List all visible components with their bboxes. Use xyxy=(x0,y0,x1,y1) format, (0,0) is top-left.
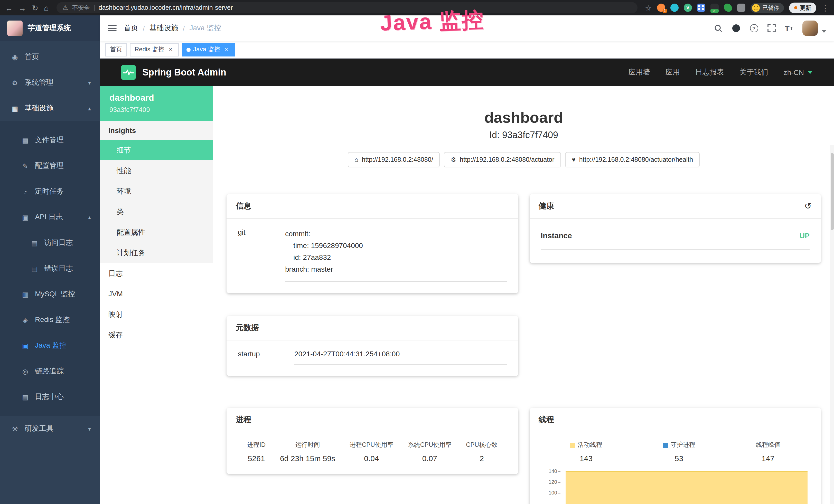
cards-row-3: 进程 进程ID 5261 运行时间 6d 23h 15m xyxy=(226,408,821,504)
sidebar-item-label: Java 监控 xyxy=(35,341,67,350)
legend-live-threads: 活动线程 143 xyxy=(570,441,602,463)
extension-icon-leaf[interactable] xyxy=(724,4,732,12)
sba-logo-icon xyxy=(121,65,136,80)
profile-chip[interactable]: 已暂停 xyxy=(750,3,784,13)
app-logo[interactable]: 芋道管理系统 xyxy=(0,16,100,41)
threads-card: 线程 活动线程 1 xyxy=(529,408,821,504)
sba-nav-items: 应用墙 应用 日志报表 关于我们 zh-CN xyxy=(629,68,813,77)
browser-menu-icon[interactable]: ⋮ xyxy=(821,4,829,12)
history-icon[interactable]: ↺ xyxy=(805,202,812,210)
sba-item-environment[interactable]: 环境 xyxy=(100,181,213,201)
sidebar-item-files[interactable]: ▤ 文件管理 xyxy=(0,127,100,153)
font-size-icon[interactable]: TT xyxy=(785,24,793,32)
search-icon[interactable] xyxy=(714,24,722,32)
chevron-down-icon xyxy=(808,71,813,74)
user-avatar[interactable] xyxy=(803,21,818,36)
active-dot-icon xyxy=(186,47,191,52)
back-icon[interactable]: ← xyxy=(5,4,13,12)
nav-applications[interactable]: 应用 xyxy=(665,68,680,77)
link-label: http://192.168.0.2:48080/actuator/health xyxy=(579,156,693,163)
extensions-menu-icon[interactable] xyxy=(737,4,745,12)
sidebar-item-error-logs[interactable]: ▤ 错误日志 xyxy=(0,256,100,281)
breadcrumb-current: Java 监控 xyxy=(190,24,221,33)
scrollbar-track[interactable] xyxy=(830,145,834,504)
nav-about[interactable]: 关于我们 xyxy=(740,68,768,77)
home-icon[interactable]: ⌂ xyxy=(44,4,48,12)
sba-item-caches[interactable]: 缓存 xyxy=(100,324,213,345)
github-icon[interactable] xyxy=(731,24,741,33)
breadcrumb-home[interactable]: 首页 xyxy=(124,24,138,33)
nav-wallboard[interactable]: 应用墙 xyxy=(629,68,650,77)
sba-item-metrics[interactable]: 性能 xyxy=(100,160,213,181)
help-icon[interactable]: ? xyxy=(750,24,758,32)
nav-journal[interactable]: 日志报表 xyxy=(695,68,724,77)
extension-icon-drop[interactable] xyxy=(671,4,679,12)
tab-home[interactable]: 首页 xyxy=(105,43,127,56)
sba-brand[interactable]: Spring Boot Admin xyxy=(121,65,226,80)
infra-submenu: ▤ 文件管理 ✎ 配置管理 ◔ 定时任务 ▣ API 日志 ▴ xyxy=(0,121,100,416)
sidebar-item-system[interactable]: ⚙ 系统管理 ▾ xyxy=(0,70,100,95)
api-log-icon: ▣ xyxy=(21,213,30,221)
link-label: http://192.168.0.2:48080/actuator xyxy=(460,156,554,163)
tab-java-monitor[interactable]: Java 监控 × xyxy=(182,43,235,56)
service-url-link[interactable]: ⌂ http://192.168.0.2:48080/ xyxy=(348,152,440,167)
sidebar-item-mysql[interactable]: ▥ MySQL 监控 xyxy=(0,281,100,307)
locale-select[interactable]: zh-CN xyxy=(784,68,813,76)
actuator-url-link[interactable]: ⚙ http://192.168.0.2:48080/actuator xyxy=(444,152,561,167)
process-card-title: 进程 xyxy=(236,415,251,425)
sidebar-item-home[interactable]: ◉ 首页 xyxy=(0,44,100,70)
address-bar[interactable]: ⚠ 不安全 dashboard.yudao.iocoder.cn/infra/a… xyxy=(56,2,637,13)
chevron-down-icon[interactable] xyxy=(822,30,826,33)
sidebar-item-api-logs[interactable]: ▣ API 日志 ▴ xyxy=(0,204,100,230)
health-url-link[interactable]: ♥ http://192.168.0.2:48080/actuator/heal… xyxy=(565,152,700,167)
sba-item-mappings[interactable]: 映射 xyxy=(100,304,213,324)
app-shell: 芋道管理系统 ◉ 首页 ⚙ 系统管理 ▾ ▦ 基础设施 ▴ xyxy=(0,16,834,504)
stat-system-cpu: 系统CPU使用率 0.07 xyxy=(408,441,452,463)
sba-item-details[interactable]: 细节 xyxy=(100,140,213,160)
sidebar-item-config[interactable]: ✎ 配置管理 xyxy=(0,153,100,179)
y-tick: 100 xyxy=(540,491,560,496)
sidebar-item-devtools[interactable]: ⚒ 研发工具 ▾ xyxy=(0,416,100,442)
breadcrumb-infra[interactable]: 基础设施 xyxy=(150,24,178,33)
sidebar-item-access-logs[interactable]: ▤ 访问日志 xyxy=(0,230,100,256)
process-card-body: 进程ID 5261 运行时间 6d 23h 15m 59s 进程CPU使用率 xyxy=(226,433,518,474)
sba-item-classes[interactable]: 类 xyxy=(100,201,213,222)
extension-icon-fox[interactable]: 1 xyxy=(657,4,665,12)
extension-icon-vue[interactable]: V xyxy=(684,4,692,12)
extension-icon-grid[interactable] xyxy=(697,4,705,12)
sidebar-item-java[interactable]: ▣ Java 监控 xyxy=(0,333,100,359)
forward-icon[interactable]: → xyxy=(19,4,26,12)
info-key: git xyxy=(238,228,285,282)
url-text[interactable]: dashboard.yudao.iocoder.cn/infra/admin-s… xyxy=(98,4,233,11)
cards-row-1: 信息 git commit: time: 1596289704000 id: 2… xyxy=(226,194,821,294)
sidebar-item-log-center[interactable]: ▤ 日志中心 xyxy=(0,384,100,410)
sba-navbar: Spring Boot Admin 应用墙 应用 日志报表 关于我们 zh-CN xyxy=(100,59,834,86)
fullscreen-icon[interactable] xyxy=(767,24,775,32)
sidebar-item-jobs[interactable]: ◔ 定时任务 xyxy=(0,179,100,204)
chrome-update-button[interactable]: 更新 xyxy=(789,2,816,13)
info-card-header: 信息 xyxy=(226,194,518,219)
sba-item-scheduled-tasks[interactable]: 计划任务 xyxy=(100,243,213,263)
extension-badge: 1 xyxy=(663,9,667,13)
scrollbar-thumb[interactable] xyxy=(831,153,834,230)
sidebar-item-trace[interactable]: ◎ 链路追踪 xyxy=(0,359,100,384)
instance-header[interactable]: dashboard 93a3fc7f7409 xyxy=(100,86,213,121)
sba-item-configprops[interactable]: 配置属性 xyxy=(100,222,213,243)
sidebar-item-redis[interactable]: ◈ Redis 监控 xyxy=(0,307,100,333)
instance-id: 93a3fc7f7409 xyxy=(109,106,204,113)
threads-card-header: 线程 xyxy=(529,408,821,433)
close-icon[interactable]: × xyxy=(223,46,230,53)
sidebar-item-infra[interactable]: ▦ 基础设施 ▴ xyxy=(0,95,100,121)
bookmark-star-icon[interactable]: ☆ xyxy=(645,4,652,12)
hamburger-icon[interactable] xyxy=(108,24,117,33)
extension-icon-switch[interactable]: on xyxy=(710,4,719,12)
sba-item-logs[interactable]: 日志 xyxy=(100,263,213,283)
file-icon: ▤ xyxy=(21,136,30,144)
security-label[interactable]: 不安全 xyxy=(72,4,90,12)
tab-redis-monitor[interactable]: Redis 监控 × xyxy=(130,43,179,56)
threads-chart: 140 120 100 xyxy=(540,469,811,504)
health-row: Instance UP xyxy=(541,231,810,250)
sba-item-jvm[interactable]: JVM xyxy=(100,283,213,304)
reload-icon[interactable]: ↻ xyxy=(32,4,38,12)
close-icon[interactable]: × xyxy=(167,46,174,53)
